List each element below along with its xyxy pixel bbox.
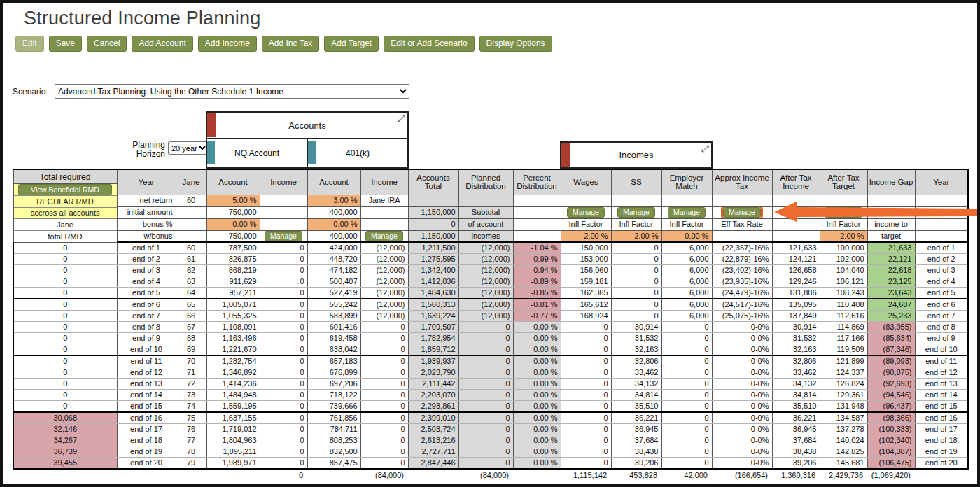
cell: end of 8: [915, 322, 968, 333]
cell: 0: [13, 265, 117, 276]
view-beneficial-rmd-button[interactable]: View Beneficial RMD: [18, 184, 112, 195]
planning-horizon-select[interactable]: 20 years: [168, 141, 209, 155]
scenario-select[interactable]: Advanced Tax Planning: Using the Other S…: [55, 84, 410, 99]
manage-401k-income-button[interactable]: Manage: [365, 231, 403, 241]
nq-bonus[interactable]: 0.00 %: [206, 218, 260, 230]
cell: 1,414,236: [206, 379, 260, 390]
cell: 30,068: [13, 412, 117, 424]
target-infl-value[interactable]: 2.00 %: [820, 230, 867, 242]
cell: 0-0%: [712, 355, 772, 367]
incomes-expand-icon[interactable]: ⤢: [701, 143, 709, 155]
cell: 0: [662, 322, 712, 333]
cell: 0: [458, 401, 513, 413]
match-infl-value[interactable]: 0.00 %: [662, 230, 712, 242]
table-row: 0end of 362868,2190474,182(12,000)1,342,…: [13, 265, 968, 276]
401k-initial-amount: 400,000: [307, 206, 360, 218]
cell: end of 11: [117, 355, 176, 367]
cell: 911,629: [206, 276, 260, 288]
col-header-after-tax-target: After Tax Target: [820, 169, 867, 195]
cell: 71: [176, 367, 206, 379]
cell: 0: [561, 435, 611, 446]
cell: 6,000: [662, 265, 712, 276]
income-gap-note-3: target: [867, 230, 915, 242]
planned-incomes-label: incomes: [458, 230, 513, 242]
cell: 0: [260, 424, 307, 435]
cell: (85,634): [867, 333, 915, 344]
accounts-expand-icon[interactable]: ⤢: [398, 113, 405, 125]
cell: 38,438: [611, 446, 662, 458]
ss-infl-value[interactable]: 2.00 %: [611, 230, 662, 242]
cell: 1,859,712: [408, 344, 458, 356]
cell: end of 6: [915, 299, 968, 311]
cell: 0: [260, 379, 307, 390]
cell: 22,618: [867, 265, 915, 276]
toolbar-button-save[interactable]: Save: [49, 36, 82, 52]
cell: 0: [561, 458, 611, 470]
cell: 126,824: [820, 379, 867, 390]
toolbar-button-edit-or-add-scenario[interactable]: Edit or Add Scenario: [384, 36, 474, 52]
cell: 0: [662, 344, 712, 356]
cell: 0.00 %: [513, 412, 561, 424]
cell: (12,000): [360, 276, 408, 288]
nq-net-return[interactable]: 5.00 %: [206, 195, 260, 206]
cell: end of 16: [915, 412, 968, 424]
cell: 65: [176, 299, 206, 311]
cell: 100,000: [820, 242, 867, 254]
cell: 60: [176, 242, 206, 254]
cell: 718,122: [307, 390, 360, 401]
cell: 33,462: [611, 367, 662, 379]
cell: end of 3: [915, 265, 968, 276]
manage-wages-button[interactable]: Manage: [567, 207, 605, 218]
cell: 0-0%: [712, 435, 772, 446]
cell: end of 5: [915, 288, 968, 299]
cell: 0: [260, 435, 307, 446]
toolbar-button-add-inc-tax[interactable]: Add Inc Tax: [262, 36, 319, 52]
footer-cell: 2,429,736: [819, 471, 867, 479]
manage-employer-match-button[interactable]: Manage: [668, 207, 706, 218]
cell: 1,346,892: [206, 367, 260, 379]
cell: 79: [176, 458, 206, 470]
cell: 0: [13, 299, 117, 311]
cell: 0: [260, 412, 307, 424]
cell: 76: [176, 424, 206, 435]
footer-cell: 1,360,316: [771, 471, 819, 479]
table-row: 0end of 10691,221,6700638,04201,859,7120…: [13, 344, 968, 356]
cell: 137,849: [772, 311, 820, 322]
cell: 2,399,010: [408, 412, 458, 424]
toolbar-button-add-income[interactable]: Add Income: [198, 36, 257, 52]
cell: 129,361: [820, 390, 867, 401]
toolbar-button-display-options[interactable]: Display Options: [479, 36, 552, 52]
cell: (22,367)-16%: [712, 242, 772, 254]
cell: -0.81 %: [513, 299, 561, 311]
cell: 168,924: [561, 311, 611, 322]
manage-income-tax-button[interactable]: Manage: [723, 207, 761, 218]
col-header-wages: Wages: [561, 169, 611, 195]
401k-bonus[interactable]: 0.00 %: [307, 218, 360, 230]
table-row: 39,455end of 20791,989,9710857,47502,847…: [13, 458, 968, 470]
cell: end of 20: [915, 458, 968, 470]
table-row: 0end of 13721,414,2360697,20602,111,4420…: [13, 379, 968, 390]
manage-nq-income-button[interactable]: Manage: [265, 231, 302, 241]
cell: (106,475): [867, 458, 915, 470]
accounts-subheader-row: NQ Account 401(k): [207, 139, 407, 167]
cell: 112,616: [820, 311, 867, 322]
cell: 72: [176, 379, 206, 390]
cell: 0.00 %: [513, 458, 561, 470]
cell: 448,720: [307, 254, 360, 265]
401k-net-return[interactable]: 3.00 %: [307, 195, 360, 206]
cell: 0: [662, 379, 712, 390]
cell: 0.00 %: [513, 379, 561, 390]
manage-ss-button[interactable]: Manage: [617, 207, 655, 218]
wages-infl-value[interactable]: 2.00 %: [561, 230, 611, 242]
toolbar-button-cancel[interactable]: Cancel: [87, 36, 127, 52]
cell: end of 2: [117, 254, 176, 265]
cell: 0: [561, 344, 611, 356]
toolbar-button-edit[interactable]: Edit: [15, 36, 44, 52]
income-gap-note-2: income to: [867, 218, 915, 230]
cell: 2,847,446: [408, 458, 458, 470]
toolbar-button-add-target[interactable]: Add Target: [324, 36, 379, 52]
cell: 0: [260, 390, 307, 401]
cell: 2,111,442: [408, 379, 458, 390]
manage-after-tax-target-button[interactable]: Manage: [825, 207, 862, 218]
toolbar-button-add-account[interactable]: Add Account: [132, 36, 192, 52]
